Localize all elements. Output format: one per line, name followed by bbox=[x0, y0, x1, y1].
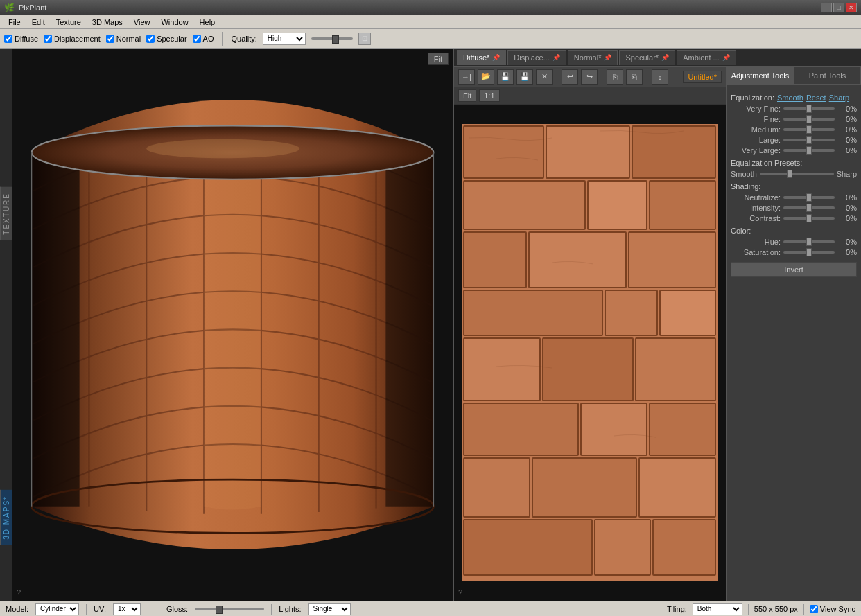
tab-adjustment-tools[interactable]: Adjustment Tools bbox=[727, 67, 794, 85]
texture-fit-button[interactable]: Fit bbox=[458, 89, 476, 102]
texture-area: →| 📂 💾 💾 ✕ ↩ ↪ ⎘ ⎗ ↕ Untitled* bbox=[454, 67, 726, 601]
very-fine-row: Very Fine: 0% bbox=[731, 105, 857, 113]
viewsync-checkbox[interactable] bbox=[810, 605, 818, 613]
paint-tools-label: Paint Tools bbox=[809, 71, 846, 80]
intensity-slider[interactable] bbox=[783, 206, 835, 209]
tab-specular-pin[interactable]: 📌 bbox=[661, 54, 669, 61]
tab-displacement-pin[interactable]: 📌 bbox=[553, 54, 560, 61]
model-select[interactable]: Cylinder Plane Sphere bbox=[35, 603, 79, 615]
minimize-button[interactable]: ─ bbox=[821, 3, 832, 12]
menu-texture[interactable]: Texture bbox=[51, 17, 87, 28]
tab-diffuse[interactable]: Diffuse* 📌 bbox=[457, 50, 506, 65]
very-fine-slider[interactable] bbox=[783, 107, 835, 110]
uv-label: UV: bbox=[94, 605, 106, 613]
specular-checkbox[interactable] bbox=[146, 35, 155, 43]
paste-button[interactable]: ⎗ bbox=[626, 69, 643, 85]
menu-edit[interactable]: Edit bbox=[26, 17, 51, 28]
normal-checkbox-label[interactable]: Normal bbox=[106, 35, 141, 43]
large-slider[interactable] bbox=[783, 139, 835, 141]
menu-window[interactable]: Window bbox=[155, 17, 193, 28]
adjustment-tools-label: Adjustment Tools bbox=[731, 71, 790, 80]
texture-view[interactable]: ? bbox=[454, 105, 726, 601]
fullscreen-button[interactable]: ⊡ bbox=[358, 33, 371, 45]
diffuse-checkbox-label[interactable]: Diffuse bbox=[4, 35, 38, 43]
saturation-slider[interactable] bbox=[783, 251, 835, 254]
saturation-thumb bbox=[806, 248, 812, 256]
very-large-row: Very Large: 0% bbox=[731, 146, 857, 155]
tab-paint-tools[interactable]: Paint Tools bbox=[794, 67, 861, 85]
close-file-button[interactable]: ✕ bbox=[536, 69, 553, 85]
sharp-link[interactable]: Sharp bbox=[829, 94, 849, 102]
copy-button[interactable]: ⎘ bbox=[607, 69, 623, 85]
saturation-label: Saturation: bbox=[731, 248, 781, 256]
specular-checkbox-label[interactable]: Specular bbox=[146, 35, 186, 43]
ao-checkbox[interactable] bbox=[193, 35, 201, 43]
menu-help[interactable]: Help bbox=[194, 17, 221, 28]
normal-checkbox[interactable] bbox=[106, 35, 114, 43]
tab-ambient-pin[interactable]: 📌 bbox=[722, 54, 730, 61]
large-value: 0% bbox=[837, 136, 857, 144]
tab-displacement[interactable]: Displace... 📌 bbox=[507, 50, 566, 65]
viewport-fit-button[interactable]: Fit bbox=[428, 53, 449, 65]
neutralize-row: Neutralize: 0% bbox=[731, 193, 857, 202]
menu-3dmaps[interactable]: 3D Maps bbox=[87, 17, 128, 28]
displacement-checkbox[interactable] bbox=[44, 35, 52, 43]
import-button[interactable]: →| bbox=[458, 69, 475, 85]
tab-ambient[interactable]: Ambient ... 📌 bbox=[677, 50, 736, 65]
preset-thumb bbox=[787, 170, 792, 178]
tab-normal-pin[interactable]: 📌 bbox=[604, 54, 611, 61]
medium-slider[interactable] bbox=[783, 128, 835, 131]
lights-select[interactable]: Single Multiple bbox=[308, 603, 351, 615]
reset-link[interactable]: Reset bbox=[806, 94, 826, 102]
smooth-link[interactable]: Smooth bbox=[777, 94, 803, 102]
tiling-select[interactable]: None Horizontal Vertical Both bbox=[693, 603, 742, 615]
displacement-checkbox-label[interactable]: Displacement bbox=[44, 35, 101, 43]
transform-button[interactable]: ↕ bbox=[652, 69, 668, 85]
hue-slider[interactable] bbox=[783, 240, 835, 243]
tab-normal[interactable]: Normal* 📌 bbox=[568, 50, 618, 65]
medium-label: Medium: bbox=[731, 125, 781, 134]
content-area: →| 📂 💾 💾 ✕ ↩ ↪ ⎘ ⎗ ↕ Untitled* bbox=[454, 67, 861, 601]
save-as-button[interactable]: 💾 bbox=[516, 69, 533, 85]
color-label: Color: bbox=[731, 227, 751, 235]
contrast-label: Contrast: bbox=[731, 214, 781, 222]
ao-checkbox-label[interactable]: AO bbox=[193, 35, 214, 43]
tab-diffuse-pin[interactable]: 📌 bbox=[492, 54, 500, 61]
medium-thumb bbox=[806, 125, 812, 134]
quality-select[interactable]: High Medium Low bbox=[263, 33, 306, 45]
fine-slider[interactable] bbox=[783, 118, 835, 121]
undo-button[interactable]: ↩ bbox=[562, 69, 578, 85]
viewport-help-icon[interactable]: ? bbox=[17, 588, 21, 597]
neutralize-slider[interactable] bbox=[783, 196, 835, 199]
main-layout: TEXTURE 3D MAPS* bbox=[0, 49, 861, 601]
close-button[interactable]: ✕ bbox=[846, 3, 857, 12]
open-button[interactable]: 📂 bbox=[478, 69, 494, 85]
3dmaps-side-label: 3D MAPS* bbox=[0, 490, 12, 545]
redo-button[interactable]: ↪ bbox=[581, 69, 598, 85]
uv-select[interactable]: 1x 2x 4x bbox=[113, 603, 141, 615]
large-row: Large: 0% bbox=[731, 136, 857, 144]
diffuse-checkbox[interactable] bbox=[4, 35, 12, 43]
tab-specular[interactable]: Specular* 📌 bbox=[619, 50, 675, 65]
3d-cylinder-view bbox=[12, 49, 453, 601]
contrast-slider[interactable] bbox=[783, 217, 835, 220]
texture-help-text: ? bbox=[458, 588, 462, 597]
tab-diffuse-label: Diffuse* bbox=[463, 53, 489, 62]
presets-slider[interactable] bbox=[760, 173, 834, 175]
texture-help-icon[interactable]: ? bbox=[458, 588, 462, 597]
quality-slider[interactable] bbox=[311, 37, 353, 40]
hue-label: Hue: bbox=[731, 238, 781, 246]
save-button[interactable]: 💾 bbox=[497, 69, 514, 85]
menu-file[interactable]: File bbox=[3, 17, 26, 28]
viewsync-checkbox-label[interactable]: View Sync bbox=[810, 605, 855, 613]
invert-button[interactable]: Invert bbox=[731, 262, 857, 277]
displacement-label: Displacement bbox=[54, 35, 101, 43]
gloss-slider[interactable] bbox=[195, 608, 264, 610]
hue-thumb bbox=[806, 238, 812, 246]
very-large-slider[interactable] bbox=[783, 149, 835, 152]
viewport-3d[interactable]: ? Fit bbox=[12, 49, 453, 601]
tab-ambient-label: Ambient ... bbox=[683, 53, 720, 62]
maximize-button[interactable]: □ bbox=[833, 3, 844, 12]
menu-view[interactable]: View bbox=[128, 17, 156, 28]
texture-ratio-button[interactable]: 1:1 bbox=[479, 89, 499, 102]
